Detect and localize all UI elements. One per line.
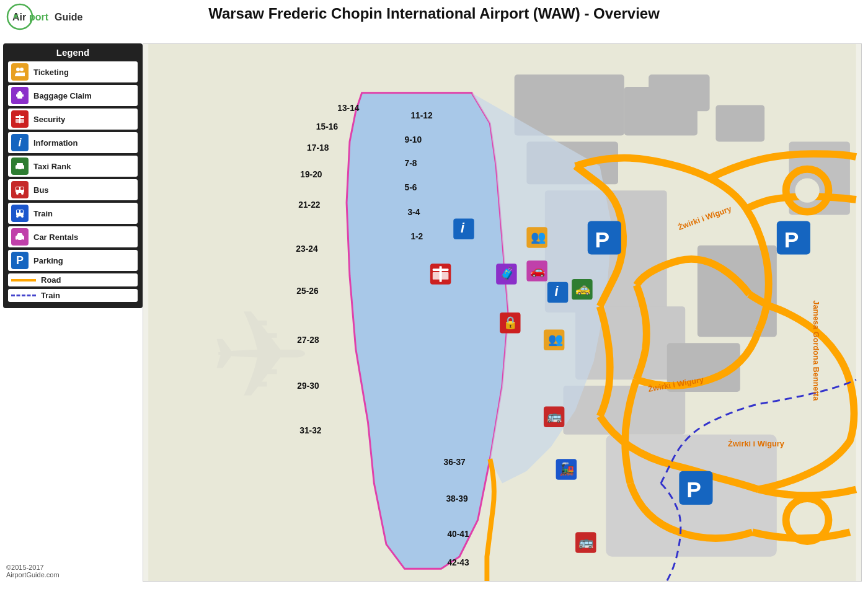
svg-text:1-2: 1-2 bbox=[410, 232, 423, 241]
copyright: ©2015-2017AirportGuide.com bbox=[6, 564, 60, 578]
svg-point-33 bbox=[21, 239, 24, 242]
svg-text:23-24: 23-24 bbox=[296, 244, 318, 254]
road-label: Road bbox=[41, 275, 61, 285]
svg-text:P: P bbox=[686, 477, 701, 502]
svg-point-7 bbox=[16, 68, 20, 71]
page-title: Warsaw Frederic Chopin International Air… bbox=[0, 0, 868, 22]
svg-rect-26 bbox=[17, 210, 19, 213]
logo: Air port Guide bbox=[6, 3, 105, 33]
svg-text:🚂: 🚂 bbox=[559, 461, 575, 476]
baggage-label: Baggage Claim bbox=[33, 91, 92, 100]
svg-point-52 bbox=[795, 508, 819, 532]
svg-text:🚌: 🚌 bbox=[578, 534, 594, 549]
train-line-label: Train bbox=[41, 291, 60, 300]
svg-text:i: i bbox=[461, 220, 465, 236]
svg-rect-103 bbox=[440, 266, 442, 282]
svg-rect-15 bbox=[19, 115, 20, 123]
legend-title: Legend bbox=[8, 47, 138, 58]
svg-rect-17 bbox=[17, 163, 23, 166]
svg-text:Guide: Guide bbox=[55, 12, 82, 22]
legend-item-information: i Information bbox=[8, 132, 138, 153]
legend-line-road: Road bbox=[8, 273, 138, 286]
svg-rect-9 bbox=[17, 92, 22, 99]
svg-rect-22 bbox=[20, 187, 24, 190]
svg-point-32 bbox=[16, 239, 19, 242]
road-line-sample bbox=[11, 279, 36, 281]
svg-rect-30 bbox=[17, 215, 23, 216]
svg-text:13-14: 13-14 bbox=[337, 104, 360, 113]
svg-text:i: i bbox=[555, 283, 559, 299]
svg-text:38-39: 38-39 bbox=[446, 494, 468, 503]
svg-rect-10 bbox=[19, 91, 21, 93]
svg-text:42-43: 42-43 bbox=[447, 558, 469, 567]
svg-point-24 bbox=[21, 192, 24, 195]
ticketing-label: Ticketing bbox=[33, 68, 69, 77]
copyright-text: ©2015-2017AirportGuide.com bbox=[6, 564, 60, 578]
legend-item-taxi: Taxi Rank bbox=[8, 156, 138, 177]
svg-text:P: P bbox=[595, 228, 610, 252]
legend-item-parking: P Parking bbox=[8, 250, 138, 271]
train-icon bbox=[11, 205, 29, 222]
svg-rect-27 bbox=[20, 210, 23, 213]
svg-text:9-10: 9-10 bbox=[405, 135, 422, 144]
svg-text:port: port bbox=[29, 12, 49, 22]
information-icon: i bbox=[11, 134, 29, 151]
parking-icon: P bbox=[11, 252, 29, 269]
parking-label: Parking bbox=[33, 256, 63, 265]
legend-item-security: Security bbox=[8, 109, 138, 130]
svg-text:✈: ✈ bbox=[210, 288, 312, 424]
svg-rect-11 bbox=[16, 94, 17, 97]
svg-text:40-41: 40-41 bbox=[447, 530, 469, 539]
bus-label: Bus bbox=[33, 185, 49, 195]
svg-text:21-22: 21-22 bbox=[298, 200, 321, 210]
rentals-icon bbox=[11, 228, 29, 246]
svg-rect-21 bbox=[16, 187, 19, 190]
svg-text:3-4: 3-4 bbox=[407, 208, 420, 217]
svg-text:🚌: 🚌 bbox=[547, 409, 562, 423]
train-label: Train bbox=[33, 209, 53, 218]
svg-text:11-12: 11-12 bbox=[410, 111, 433, 120]
svg-rect-12 bbox=[22, 94, 24, 97]
svg-text:17-18: 17-18 bbox=[307, 143, 329, 153]
svg-text:🚕: 🚕 bbox=[575, 281, 591, 296]
train-line-sample bbox=[11, 295, 36, 296]
svg-text:Żwirki i Wigury: Żwirki i Wigury bbox=[728, 439, 785, 448]
map-container: 13-14 15-16 11-12 17-18 9-10 19-20 7-8 5… bbox=[143, 43, 862, 582]
security-icon bbox=[11, 110, 29, 128]
svg-rect-35 bbox=[515, 74, 624, 135]
taxi-label: Taxi Rank bbox=[33, 162, 71, 171]
svg-point-8 bbox=[20, 68, 24, 71]
svg-point-23 bbox=[16, 192, 19, 195]
svg-text:P: P bbox=[784, 228, 799, 252]
taxi-icon bbox=[11, 157, 29, 175]
svg-point-18 bbox=[16, 169, 19, 171]
svg-text:👥: 👥 bbox=[531, 229, 546, 244]
svg-text:7-8: 7-8 bbox=[405, 159, 417, 168]
svg-text:Jamesa Gordona Bennetta: Jamesa Gordona Bennetta bbox=[812, 300, 821, 401]
baggage-icon bbox=[11, 87, 29, 104]
svg-text:15-16: 15-16 bbox=[316, 122, 339, 131]
legend-line-train: Train bbox=[8, 289, 138, 302]
svg-rect-39 bbox=[715, 105, 764, 141]
legend-item-ticketing: Ticketing bbox=[8, 61, 138, 82]
legend-item-baggage: Baggage Claim bbox=[8, 85, 138, 106]
svg-rect-38 bbox=[649, 74, 709, 111]
security-label: Security bbox=[33, 115, 65, 124]
legend-item-train: Train bbox=[8, 203, 138, 224]
svg-text:31-32: 31-32 bbox=[299, 426, 322, 435]
svg-text:👥: 👥 bbox=[548, 332, 564, 347]
svg-text:🚗: 🚗 bbox=[530, 263, 546, 278]
information-label: Information bbox=[33, 138, 78, 148]
map-svg: 13-14 15-16 11-12 17-18 9-10 19-20 7-8 5… bbox=[143, 44, 861, 581]
svg-point-19 bbox=[21, 169, 24, 171]
svg-text:36-37: 36-37 bbox=[444, 458, 466, 467]
svg-text:19-20: 19-20 bbox=[300, 170, 322, 179]
bus-icon bbox=[11, 181, 29, 198]
legend-item-rentals: Car Rentals bbox=[8, 226, 138, 247]
svg-text:🔒: 🔒 bbox=[503, 315, 518, 330]
svg-text:🧳: 🧳 bbox=[500, 266, 515, 281]
svg-rect-31 bbox=[16, 236, 24, 240]
legend-item-bus: Bus bbox=[8, 179, 138, 200]
legend: Legend Ticketing Baggage Claim Security … bbox=[3, 43, 143, 582]
svg-point-50 bbox=[795, 179, 819, 203]
